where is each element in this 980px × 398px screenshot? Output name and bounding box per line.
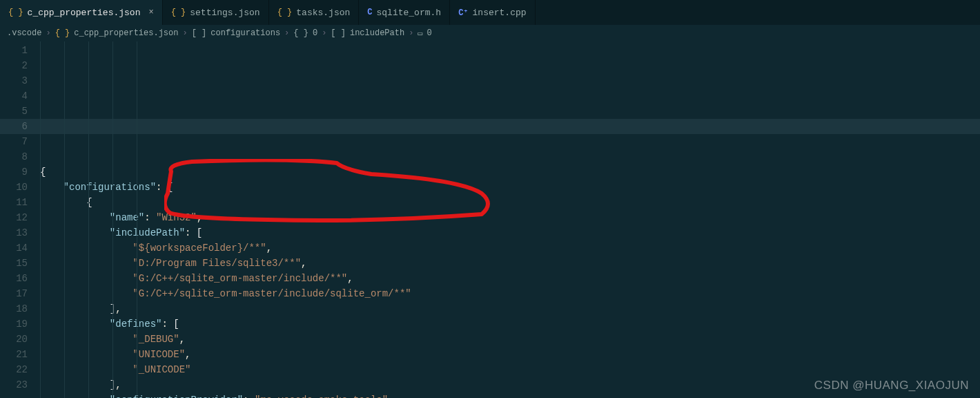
chevron-right-icon: › bbox=[322, 28, 326, 38]
object-icon: { } bbox=[293, 28, 308, 38]
tab-label: tasks.json bbox=[296, 8, 350, 18]
active-line-highlight bbox=[0, 119, 980, 134]
array-icon: [ ] bbox=[192, 28, 207, 38]
line-number-gutter: 1234567891011121314151617181920212223 bbox=[0, 41, 40, 398]
watermark-text: CSDN @HUANG_XIAOJUN bbox=[814, 379, 969, 392]
tab-tasks[interactable]: { } tasks.json bbox=[269, 0, 360, 25]
breadcrumb-part: configurations bbox=[210, 28, 280, 38]
json-icon: { } bbox=[277, 8, 293, 17]
tab-label: insert.cpp bbox=[473, 8, 527, 18]
tab-label: sqlite_orm.h bbox=[377, 8, 442, 18]
tab-settings[interactable]: { } settings.json bbox=[163, 0, 269, 25]
breadcrumb-part: 0 bbox=[427, 28, 432, 38]
code-content[interactable]: { "configurations": [ { "name": "Win32",… bbox=[40, 41, 980, 398]
chevron-right-icon: › bbox=[409, 28, 413, 38]
cpp-file-icon: C⁺ bbox=[458, 8, 468, 18]
tab-label: c_cpp_properties.json bbox=[28, 8, 141, 18]
breadcrumb-part: includePath bbox=[350, 28, 404, 38]
close-icon[interactable]: × bbox=[148, 8, 153, 17]
json-icon: { } bbox=[171, 8, 186, 17]
breadcrumb-folder: .vscode bbox=[7, 28, 41, 38]
chevron-right-icon: › bbox=[46, 28, 50, 38]
json-icon: { } bbox=[8, 8, 23, 17]
json-icon: { } bbox=[55, 28, 70, 38]
chevron-right-icon: › bbox=[284, 28, 289, 38]
array-icon: [ ] bbox=[331, 28, 346, 38]
chevron-right-icon: › bbox=[182, 28, 187, 38]
code-editor[interactable]: 1234567891011121314151617181920212223 { … bbox=[0, 41, 980, 398]
tab-sqlite-orm-h[interactable]: C sqlite_orm.h bbox=[359, 0, 450, 25]
c-file-icon: C bbox=[367, 8, 372, 17]
breadcrumb-file: c_cpp_properties.json bbox=[74, 28, 178, 38]
tab-insert-cpp[interactable]: C⁺ insert.cpp bbox=[450, 0, 535, 25]
breadcrumb[interactable]: .vscode › { } c_cpp_properties.json › [ … bbox=[0, 25, 980, 41]
breadcrumb-part: 0 bbox=[313, 28, 317, 38]
string-icon: ▭ bbox=[418, 28, 422, 39]
tab-label: settings.json bbox=[190, 8, 259, 18]
tab-bar: { } c_cpp_properties.json × { } settings… bbox=[0, 0, 980, 25]
tab-c-cpp-properties[interactable]: { } c_cpp_properties.json × bbox=[0, 0, 163, 25]
